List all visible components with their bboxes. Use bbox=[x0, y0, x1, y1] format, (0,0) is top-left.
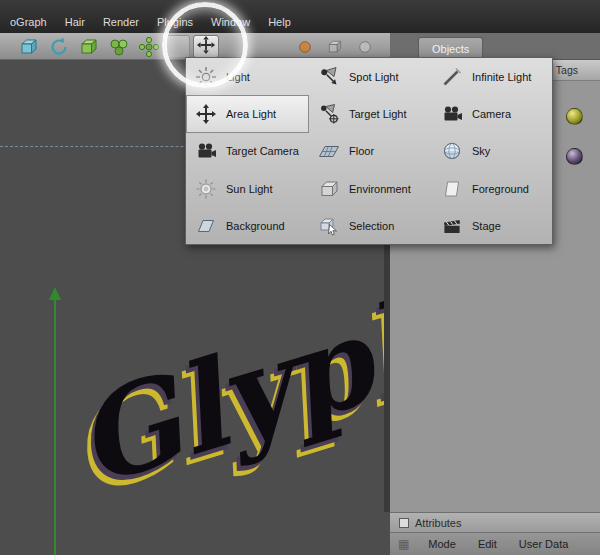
menu-item-light[interactable]: Light bbox=[186, 58, 309, 95]
menu-item-label: Sky bbox=[472, 145, 490, 157]
menubar-item-mograph[interactable]: oGraph bbox=[2, 14, 55, 30]
menu-item-label: Sun Light bbox=[226, 183, 272, 195]
tab-objects-label: Objects bbox=[432, 43, 469, 55]
move-arrows-icon bbox=[196, 35, 216, 59]
menu-item-label: Infinite Light bbox=[472, 71, 531, 83]
light-icon bbox=[195, 66, 217, 88]
menu-item-label: Selection bbox=[349, 220, 394, 232]
menu-item-label: Foreground bbox=[472, 183, 529, 195]
menu-item-label: Area Light bbox=[226, 108, 276, 120]
menubar-item-window[interactable]: Window bbox=[203, 14, 258, 30]
cluster-tool-icon[interactable] bbox=[106, 35, 132, 58]
gray-cube-tool-icon[interactable] bbox=[322, 35, 348, 58]
attributes-menu-userdata[interactable]: User Data bbox=[517, 537, 571, 551]
menu-item-stage[interactable]: Stage bbox=[432, 208, 552, 245]
attributes-header: Attributes bbox=[390, 512, 600, 532]
attributes-menu-edit[interactable]: Edit bbox=[476, 537, 499, 551]
attributes-checkbox-icon[interactable] bbox=[399, 518, 409, 528]
floor-icon bbox=[318, 140, 340, 162]
cube-tool-icon[interactable] bbox=[16, 35, 42, 58]
menu-item-selection[interactable]: Selection bbox=[309, 208, 432, 245]
extruded-text-object[interactable]: Glyph Glyph Glyph bbox=[50, 200, 420, 550]
menubar-item-render[interactable]: Render bbox=[95, 14, 147, 30]
menu-item-sun-light[interactable]: Sun Light bbox=[186, 170, 309, 207]
attributes-menu: ▦ Mode Edit User Data bbox=[390, 532, 600, 555]
array-tool-icon[interactable] bbox=[136, 35, 162, 58]
background-icon bbox=[195, 215, 217, 237]
purple-material-sphere[interactable] bbox=[566, 148, 583, 165]
tags-label: Tags bbox=[556, 64, 578, 76]
stage-icon bbox=[441, 215, 463, 237]
menu-item-foreground[interactable]: Foreground bbox=[432, 170, 552, 207]
attributes-title: Attributes bbox=[415, 517, 461, 529]
palette-neighbor-button[interactable] bbox=[164, 35, 190, 58]
infinite-light-icon bbox=[441, 66, 463, 88]
light-palette-button[interactable] bbox=[193, 35, 219, 58]
green-cube-tool-icon[interactable] bbox=[76, 35, 102, 58]
menu-item-label: Light bbox=[226, 71, 250, 83]
attributes-menu-mode[interactable]: Mode bbox=[426, 537, 458, 551]
menu-bar: oGraph Hair Render Plugins Window Help bbox=[0, 0, 600, 33]
sun-light-icon bbox=[195, 178, 217, 200]
grip-icon: ▦ bbox=[398, 537, 408, 551]
menu-item-target-camera[interactable]: Target Camera bbox=[186, 133, 309, 170]
camera-icon bbox=[441, 103, 463, 125]
menu-item-label: Background bbox=[226, 220, 285, 232]
target-light-icon bbox=[318, 103, 340, 125]
area-light-icon bbox=[195, 103, 217, 125]
menu-item-area-light[interactable]: Area Light bbox=[186, 95, 309, 132]
menubar-item-plugins[interactable]: Plugins bbox=[149, 14, 201, 30]
light-object-menu: Light Spot Light Infinite Light Area Lig… bbox=[185, 57, 553, 245]
menu-item-target-light[interactable]: Target Light bbox=[309, 95, 432, 132]
menu-item-spot-light[interactable]: Spot Light bbox=[309, 58, 432, 95]
menu-item-label: Target Light bbox=[349, 108, 406, 120]
menu-item-label: Stage bbox=[472, 220, 501, 232]
menu-item-sky[interactable]: Sky bbox=[432, 133, 552, 170]
toolbar bbox=[0, 33, 390, 60]
menubar-item-hair[interactable]: Hair bbox=[57, 14, 93, 30]
menu-item-infinite-light[interactable]: Infinite Light bbox=[432, 58, 552, 95]
olive-material-sphere[interactable] bbox=[566, 108, 583, 125]
menu-item-environment[interactable]: Environment bbox=[309, 170, 432, 207]
selection-icon bbox=[318, 215, 340, 237]
menu-item-floor[interactable]: Floor bbox=[309, 133, 432, 170]
menu-item-background[interactable]: Background bbox=[186, 208, 309, 245]
right-tab-bar: Objects bbox=[390, 33, 600, 60]
sky-icon bbox=[441, 140, 463, 162]
spot-light-icon bbox=[318, 66, 340, 88]
rotate-tool-icon[interactable] bbox=[46, 35, 72, 58]
material-tool-icon[interactable] bbox=[292, 35, 318, 58]
target-camera-icon bbox=[195, 140, 217, 162]
foreground-icon bbox=[441, 178, 463, 200]
menu-item-label: Camera bbox=[472, 108, 511, 120]
menubar-item-help[interactable]: Help bbox=[260, 14, 299, 30]
menu-item-label: Environment bbox=[349, 183, 411, 195]
environment-icon bbox=[318, 178, 340, 200]
sphere-tool-icon[interactable] bbox=[352, 35, 378, 58]
menu-item-camera[interactable]: Camera bbox=[432, 95, 552, 132]
menu-item-label: Spot Light bbox=[349, 71, 399, 83]
menu-item-label: Target Camera bbox=[226, 145, 299, 157]
menu-item-label: Floor bbox=[349, 145, 374, 157]
